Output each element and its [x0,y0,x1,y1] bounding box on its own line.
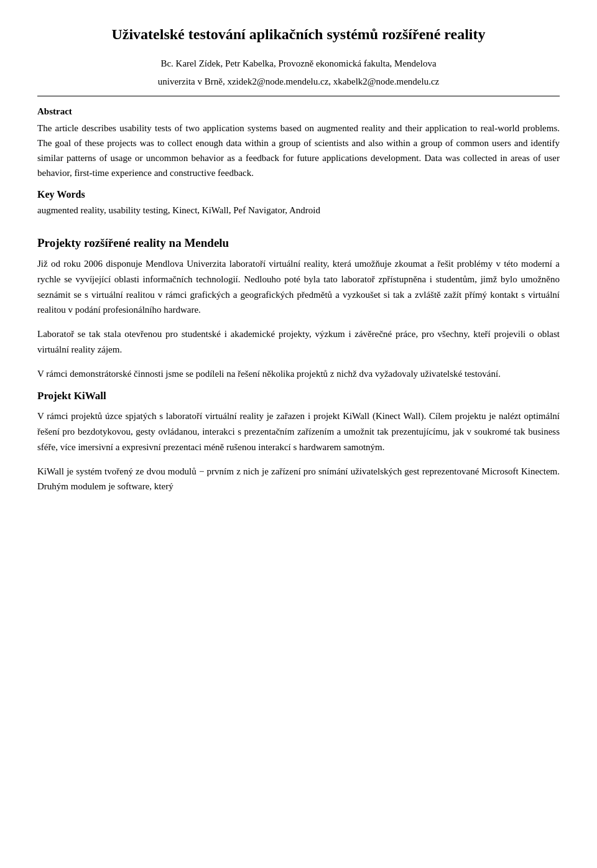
key-words-label: Key Words [37,189,560,200]
authors-line1: Bc. Karel Zídek, Petr Kabelka, Provozně … [37,57,560,71]
section2-paragraph2: KiWall je systém tvořený ze dvou modulů … [37,464,560,495]
section2-heading: Projekt KiWall [37,390,560,402]
divider [37,96,560,96]
authors-line2: univerzita v Brně, xzidek2@node.mendelu.… [37,75,560,89]
section1-heading: Projekty rozšířené reality na Mendelu [37,236,560,250]
abstract-text: The article describes usability tests of… [37,121,560,180]
abstract-label: Abstract [37,106,560,117]
section1-paragraph3: V rámci demonstrátorské činnosti jsme se… [37,366,560,382]
key-words-text: augmented reality, usability testing, Ki… [37,203,560,218]
page: Uživatelské testování aplikačních systém… [0,0,597,868]
section2-paragraph1: V rámci projektů úzce spjatých s laborat… [37,409,560,455]
section1-paragraph2: Laboratoř se tak stala otevřenou pro stu… [37,326,560,358]
page-title: Uživatelské testování aplikačních systém… [37,25,560,44]
section1-paragraph1: Již od roku 2006 disponuje Mendlova Univ… [37,256,560,318]
